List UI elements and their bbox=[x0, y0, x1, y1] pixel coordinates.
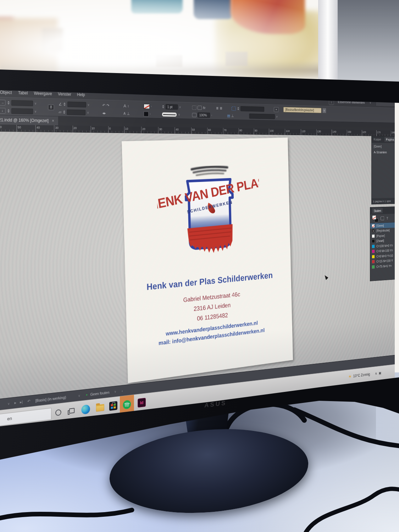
effects-icon[interactable]: fx bbox=[203, 106, 205, 110]
chevron-down-icon[interactable]: ∨ bbox=[34, 102, 37, 105]
preflight-profile[interactable]: [Basis] (in werking) bbox=[35, 395, 66, 403]
chevron-down-icon[interactable]: ∨ bbox=[87, 103, 89, 107]
small-text-icon[interactable]: A bbox=[123, 111, 126, 115]
cortana-icon[interactable] bbox=[55, 409, 61, 416]
baseline-icon[interactable]: ⊥ bbox=[127, 111, 130, 116]
menu-object[interactable]: Object bbox=[0, 90, 12, 95]
chevron-down-icon[interactable]: ∨ bbox=[178, 113, 180, 116]
chevron-down-icon[interactable]: ∨ bbox=[87, 111, 89, 115]
tab-koppelingen[interactable]: Koppe bbox=[373, 138, 381, 141]
ruler-tick: 100 bbox=[269, 129, 274, 135]
paragraph-style-icon[interactable]: ≣ bbox=[216, 106, 218, 110]
task-view-icon[interactable] bbox=[69, 408, 75, 414]
menu-help[interactable]: Help bbox=[77, 92, 85, 97]
vertical-align-icon[interactable]: ↕ bbox=[127, 104, 129, 108]
chevron-down-icon[interactable]: ∨ bbox=[276, 115, 278, 118]
ruler-tick: 0 bbox=[108, 126, 111, 133]
tray-window-icon[interactable]: ▣ bbox=[379, 371, 381, 375]
rotate-ccw-icon[interactable]: ↶ bbox=[102, 103, 105, 107]
paragraph-style-icon[interactable]: ≣ bbox=[220, 106, 222, 110]
shear-field[interactable] bbox=[67, 109, 86, 115]
swatch-chip bbox=[372, 234, 375, 238]
swatch-name: C=15 M=100 Y bbox=[376, 259, 393, 264]
stepper[interactable] bbox=[63, 109, 66, 115]
object-style-dropdown[interactable]: [Basisafbeeldingskader] bbox=[283, 107, 321, 113]
close-icon[interactable]: × bbox=[52, 118, 54, 123]
microsoft-store-icon[interactable] bbox=[109, 401, 117, 411]
fill-stroke-proxy-icon[interactable] bbox=[372, 215, 378, 222]
stroke-style-dropdown[interactable] bbox=[162, 112, 177, 117]
rotation-field[interactable] bbox=[67, 101, 86, 107]
document-tab-title: 21.indd @ 160% [Omgezet] bbox=[0, 117, 49, 123]
spotify-icon[interactable] bbox=[123, 399, 131, 410]
swatch-name: C=0 M=0 Y=10 bbox=[376, 254, 393, 258]
drop-shadow-icon[interactable]: ▤ bbox=[227, 113, 230, 118]
undo-icon[interactable]: ↶ bbox=[27, 399, 31, 404]
stroke-weight-field[interactable]: 1 pt bbox=[166, 104, 178, 110]
swatch-chip bbox=[372, 260, 375, 264]
fill-swatch-none[interactable] bbox=[144, 104, 150, 109]
document-page[interactable]: HENK VAN DER PLAS SCHILDERWERKEN Henk va… bbox=[122, 138, 293, 383]
ruler-tick: 40 bbox=[175, 127, 179, 134]
next-page-icon[interactable]: ▸ bbox=[15, 400, 16, 405]
show-hidden-icons-caret[interactable]: ∧ bbox=[375, 371, 377, 376]
ruler-tick: 20 bbox=[72, 126, 77, 132]
tab-stalen[interactable]: Stalen bbox=[372, 208, 383, 214]
chevron-down-icon[interactable]: ∨ bbox=[34, 110, 37, 113]
chevron-down-icon[interactable]: ∨ bbox=[179, 105, 181, 109]
weather-widget[interactable]: ☀ 13°C Zonnig ∧ ▣ bbox=[348, 371, 381, 379]
constrain-link-icon[interactable]: 8 bbox=[48, 105, 54, 110]
stroke-swatch-black[interactable] bbox=[144, 111, 149, 116]
menu-tabel[interactable]: Tabel bbox=[18, 90, 28, 96]
text-frame-icon[interactable]: A bbox=[123, 103, 126, 108]
registration-icon: ⊕ bbox=[372, 230, 374, 233]
swatch-name: [Papier] bbox=[376, 234, 385, 238]
pasteboard[interactable]: HENK VAN DER PLAS SCHILDERWERKEN Henk va… bbox=[0, 132, 395, 399]
more-icon[interactable]: › bbox=[150, 112, 151, 116]
indesign-taskbar-icon[interactable]: Id bbox=[138, 398, 146, 408]
ruler-tick: 50 bbox=[191, 127, 195, 134]
text-format-icon[interactable]: T bbox=[387, 216, 388, 220]
tab-paginas[interactable]: Pagina bbox=[384, 137, 395, 142]
height-field[interactable] bbox=[11, 108, 33, 114]
panel-tab-bar: Stalen bbox=[370, 206, 395, 215]
chevron-down-icon[interactable]: ∨ bbox=[78, 394, 80, 397]
chevron-down-icon[interactable]: ∨ bbox=[322, 108, 326, 113]
text-wrap-field[interactable] bbox=[240, 106, 264, 112]
flip-horizontal-icon[interactable]: ◂▸ bbox=[102, 111, 106, 115]
page-nav-dropdown[interactable]: ∨ bbox=[7, 401, 10, 405]
stepper[interactable] bbox=[7, 100, 10, 106]
ruler-tick: 140 bbox=[332, 129, 336, 135]
menu-venster[interactable]: Venster bbox=[58, 92, 71, 97]
more-icon[interactable]: › bbox=[211, 113, 212, 117]
photo-scene: Object Tabel Weergave Venster Help ↑ Ess… bbox=[0, 0, 399, 532]
stepper[interactable] bbox=[162, 104, 165, 109]
stepper[interactable] bbox=[7, 108, 10, 114]
container-format-icon[interactable] bbox=[381, 216, 384, 220]
opacity-field[interactable]: 100% bbox=[198, 112, 210, 118]
swatches-toolbar: T bbox=[370, 213, 395, 223]
edge-browser-icon[interactable] bbox=[81, 404, 90, 415]
master-page-item[interactable]: [Geen] bbox=[372, 143, 395, 149]
swatch-name: [Registratie] bbox=[376, 228, 389, 232]
rotate-cw-icon[interactable]: ↷ bbox=[106, 103, 109, 108]
stepper[interactable] bbox=[237, 106, 239, 111]
back-icon[interactable]: ‹ bbox=[122, 389, 123, 393]
stepper[interactable] bbox=[63, 101, 66, 107]
preset-field[interactable] bbox=[249, 113, 275, 119]
frame-corner-icon[interactable] bbox=[192, 105, 196, 110]
last-page-icon[interactable]: ▸| bbox=[20, 400, 23, 405]
brush-smudge-icon bbox=[192, 166, 227, 176]
swatch-chip bbox=[372, 239, 375, 243]
document-tab[interactable]: 21.indd @ 160% [Omgezet] × bbox=[0, 115, 59, 126]
menu-weergave[interactable]: Weergave bbox=[34, 91, 52, 96]
text-wrap-icon[interactable] bbox=[232, 106, 236, 111]
chevron-down-icon[interactable]: ∨ bbox=[114, 390, 116, 393]
preflight-status[interactable]: Geen fouten bbox=[90, 390, 110, 397]
frame-icon[interactable] bbox=[198, 105, 202, 110]
file-explorer-icon[interactable] bbox=[96, 404, 104, 412]
width-field[interactable] bbox=[11, 100, 33, 106]
master-page-item[interactable]: A-Stramien bbox=[372, 149, 395, 155]
underline-icon[interactable]: ⊥ bbox=[231, 113, 234, 118]
more-icon[interactable]: › bbox=[151, 105, 152, 108]
